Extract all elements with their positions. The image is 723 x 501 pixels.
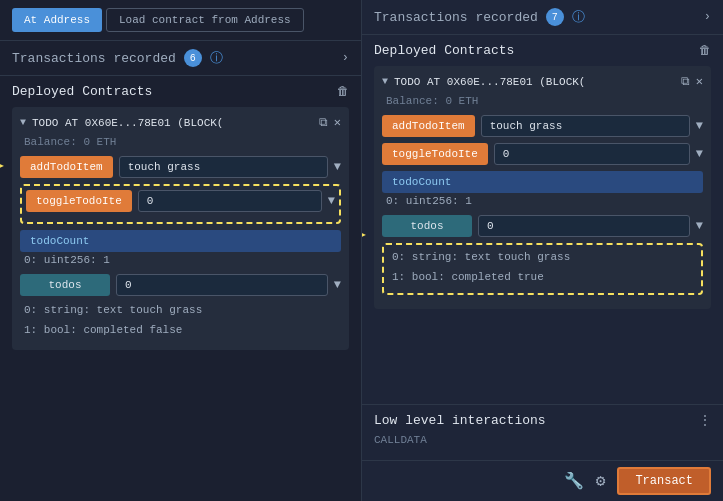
right-deployed-section: Deployed Contracts 🗑 ▼ TODO AT 0X60E...7…: [362, 35, 723, 404]
left-close-icon[interactable]: ✕: [334, 115, 341, 130]
left-copy-icon[interactable]: ⧉: [319, 116, 328, 130]
left-deployed-title: Deployed Contracts: [12, 84, 152, 99]
right-toggle-wrapper: toggleTodoIte ▼: [382, 143, 703, 165]
left-contract-chevron[interactable]: ▼: [20, 117, 26, 128]
left-add-todo-input[interactable]: [119, 156, 328, 178]
right-todos-wrapper: ➤ todos ▼ 0: string: text touch grass 1:…: [382, 215, 703, 295]
left-toggle-input[interactable]: [138, 190, 322, 212]
right-transactions-label: Transactions recorded: [374, 10, 538, 25]
right-todos-btn[interactable]: todos: [382, 215, 472, 237]
left-toggle-row: toggleTodoIte ▼: [26, 190, 335, 212]
left-todos-chevron[interactable]: ▼: [334, 278, 341, 292]
tab-row: At Address Load contract from Address: [0, 0, 361, 41]
right-panel: Transactions recorded 7 ⓘ › Deployed Con…: [362, 0, 723, 501]
right-arrow-todos: ➤: [362, 223, 367, 250]
left-add-todo-row: addTodoItem ▼: [20, 156, 341, 178]
left-arrow-add: ➤: [0, 154, 5, 181]
left-trash-icon[interactable]: 🗑: [337, 84, 349, 99]
left-panel: At Address Load contract from Address Tr…: [0, 0, 362, 501]
load-contract-tab[interactable]: Load contract from Address: [106, 8, 304, 32]
left-balance: Balance: 0 ETH: [20, 136, 341, 148]
left-todos-input[interactable]: [116, 274, 328, 296]
left-transactions-badge: 6: [184, 49, 202, 67]
right-copy-icon[interactable]: ⧉: [681, 75, 690, 89]
left-contract-header: ▼ TODO AT 0X60E...78E01 (BLOCK( ⧉ ✕: [20, 115, 341, 130]
right-deployed-title: Deployed Contracts: [374, 43, 514, 58]
right-count-result: 0: uint256: 1: [382, 193, 703, 209]
at-address-tab[interactable]: At Address: [12, 8, 102, 32]
left-add-todo-chevron[interactable]: ▼: [334, 160, 341, 174]
left-toggle-btn[interactable]: toggleTodoIte: [26, 190, 132, 212]
left-info-icon[interactable]: ⓘ: [210, 49, 223, 67]
more-icon[interactable]: ⋮: [699, 413, 711, 428]
right-transactions-badge: 7: [546, 8, 564, 26]
low-level-title: Low level interactions: [374, 413, 546, 428]
bottom-toolbar: 🔧 ⚙ Transact: [362, 460, 723, 501]
left-toggle-highlight: toggleTodoIte ▼: [20, 184, 341, 224]
right-add-todo-chevron[interactable]: ▼: [696, 119, 703, 133]
left-count-result: 0: uint256: 1: [20, 252, 341, 268]
left-todos-result-1: 1: bool: completed false: [20, 322, 341, 338]
left-contract-item: ▼ TODO AT 0X60E...78E01 (BLOCK( ⧉ ✕ Bala…: [12, 107, 349, 350]
right-transactions-row: Transactions recorded 7 ⓘ ›: [362, 0, 723, 35]
right-toggle-input[interactable]: [494, 143, 690, 165]
right-contract-item: ▼ TODO AT 0X60E...78E01 (BLOCK( ⧉ ✕ Bala…: [374, 66, 711, 309]
right-todo-count-wrapper: todoCount 0: uint256: 1: [382, 171, 703, 209]
left-todos-row: todos ▼: [20, 274, 341, 296]
right-todos-chevron[interactable]: ▼: [696, 219, 703, 233]
right-todos-input[interactable]: [478, 215, 690, 237]
right-balance: Balance: 0 ETH: [382, 95, 703, 107]
right-trash-icon[interactable]: 🗑: [699, 43, 711, 58]
right-add-todo-btn[interactable]: addTodoItem: [382, 115, 475, 137]
left-transactions-row: Transactions recorded 6 ⓘ ›: [0, 41, 361, 76]
left-add-todo-wrapper: ➤ addTodoItem ▼: [20, 156, 341, 178]
right-toggle-chevron[interactable]: ▼: [696, 147, 703, 161]
right-close-icon[interactable]: ✕: [696, 74, 703, 89]
right-info-icon[interactable]: ⓘ: [572, 8, 585, 26]
left-contract-name: TODO AT 0X60E...78E01 (BLOCK(: [32, 117, 313, 129]
right-contract-chevron[interactable]: ▼: [382, 76, 388, 87]
left-todo-count-wrapper: todoCount 0: uint256: 1: [20, 230, 341, 268]
wrench-icon[interactable]: 🔧: [564, 471, 584, 491]
right-contract-name: TODO AT 0X60E...78E01 (BLOCK(: [394, 76, 675, 88]
left-add-todo-btn[interactable]: addTodoItem: [20, 156, 113, 178]
calldata-label: CALLDATA: [374, 434, 711, 446]
left-toggle-chevron[interactable]: ▼: [328, 194, 335, 208]
transact-button[interactable]: Transact: [617, 467, 711, 495]
right-todo-count-btn[interactable]: todoCount: [382, 171, 703, 193]
right-add-todo-row: addTodoItem ▼: [382, 115, 703, 137]
right-deployed-header: Deployed Contracts 🗑: [374, 43, 711, 58]
right-todos-result-0: 0: string: text touch grass: [388, 249, 697, 265]
left-todos-result-0: 0: string: text touch grass: [20, 302, 341, 318]
left-todos-btn[interactable]: todos: [20, 274, 110, 296]
left-todo-count-btn[interactable]: todoCount: [20, 230, 341, 252]
right-todos-highlight: 0: string: text touch grass 1: bool: com…: [382, 243, 703, 295]
settings-icon[interactable]: ⚙: [596, 471, 606, 491]
right-todos-result-1: 1: bool: completed true: [388, 269, 697, 285]
right-transactions-chevron[interactable]: ›: [704, 10, 711, 24]
right-add-todo-input[interactable]: [481, 115, 690, 137]
low-level-header: Low level interactions ⋮: [374, 413, 711, 428]
left-deployed-section: Deployed Contracts 🗑 ▼ TODO AT 0X60E...7…: [0, 76, 361, 501]
right-toggle-row: toggleTodoIte ▼: [382, 143, 703, 165]
left-deployed-header: Deployed Contracts 🗑: [12, 84, 349, 99]
left-transactions-label: Transactions recorded: [12, 51, 176, 66]
low-level-section: Low level interactions ⋮ CALLDATA: [362, 404, 723, 460]
right-add-todo-wrapper: addTodoItem ▼: [382, 115, 703, 137]
right-contract-header: ▼ TODO AT 0X60E...78E01 (BLOCK( ⧉ ✕: [382, 74, 703, 89]
left-todos-wrapper: todos ▼ 0: string: text touch grass 1: b…: [20, 274, 341, 338]
left-transactions-chevron[interactable]: ›: [342, 51, 349, 65]
right-todos-row: todos ▼: [382, 215, 703, 237]
right-toggle-btn[interactable]: toggleTodoIte: [382, 143, 488, 165]
